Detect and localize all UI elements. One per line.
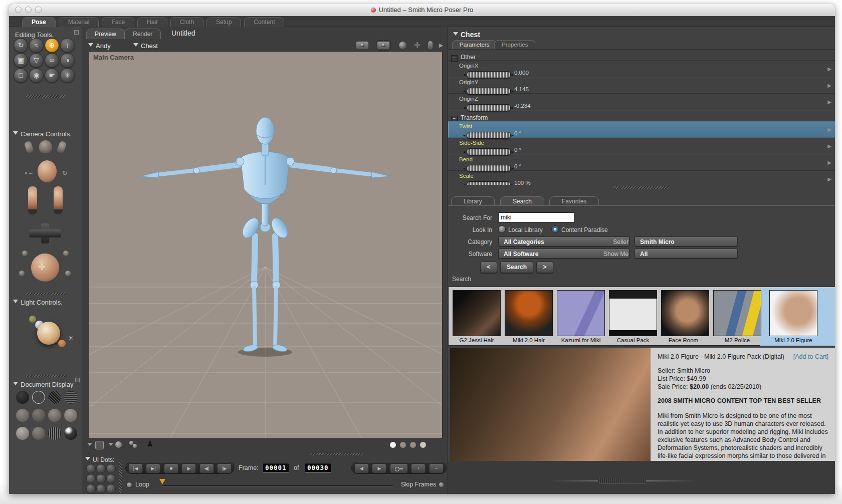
ui-dot-button[interactable] (86, 474, 96, 483)
ui-dot-button[interactable] (106, 464, 116, 473)
panel-expand-arrow-icon[interactable]: ▶ (439, 42, 443, 49)
result-thumb-kazumi[interactable]: Kazumi for Miki (557, 290, 605, 343)
tab-favorites[interactable]: Favorites (549, 196, 599, 206)
group-header-other[interactable]: −Other (448, 50, 835, 61)
tab-face[interactable]: Face (102, 17, 134, 27)
taper-tool-icon[interactable]: ▽ (29, 53, 44, 68)
prev-page-button[interactable]: < (480, 262, 497, 273)
delete-keyframe-button[interactable]: − (429, 463, 444, 473)
light-dot-icon[interactable] (29, 316, 36, 323)
panel-splitter[interactable] (26, 95, 66, 98)
figure-silhouette-icon[interactable]: ♟ (146, 439, 153, 448)
tab-content[interactable]: Content (244, 17, 284, 27)
twist-dial[interactable]: ◂▸ (462, 130, 515, 137)
state-dot-icon[interactable] (390, 442, 396, 448)
ball-style-icon[interactable] (115, 441, 122, 448)
color-tool-icon[interactable]: ◑ (60, 53, 75, 68)
next-page-button[interactable]: > (536, 262, 553, 273)
local-library-radio[interactable] (498, 225, 506, 233)
tab-material[interactable]: Material (59, 17, 99, 27)
right-hand-cam-icon[interactable] (54, 186, 63, 214)
sun-icon[interactable]: ✳ (68, 335, 73, 342)
search-input[interactable] (498, 212, 574, 222)
ui-dot-button[interactable] (96, 484, 106, 493)
ui-dot-button[interactable] (86, 464, 96, 473)
actor-menu[interactable]: Andy (88, 41, 111, 50)
horizontal-scroll-grip[interactable] (598, 478, 647, 483)
body-part-menu[interactable]: Chest (133, 41, 158, 50)
display-lit-wireframe-icon[interactable] (16, 409, 29, 422)
current-frame-counter[interactable]: 00001 (263, 463, 289, 472)
display-outline-icon[interactable] (32, 391, 45, 404)
ui-dot-button[interactable] (96, 474, 106, 483)
tab-pose[interactable]: Pose (22, 17, 56, 27)
panel-splitter[interactable] (26, 375, 66, 377)
posing-camera-select-icon[interactable] (377, 42, 389, 49)
result-thumb-miki-2-hair[interactable]: Miki 2.0 Hair (505, 290, 553, 343)
rotate-tool-icon[interactable]: ↻ (14, 38, 28, 53)
multi-ball-style-icon[interactable] (133, 444, 137, 448)
collapse-triangle-icon[interactable] (13, 131, 18, 137)
result-thumb-g2-jessi-hair[interactable]: G2 Jessi Hair (453, 290, 501, 343)
param-menu-arrow-icon[interactable]: ▶ (827, 143, 831, 149)
face-camera-icon[interactable] (38, 160, 57, 182)
tab-setup[interactable]: Setup (206, 17, 241, 27)
ui-dot-button[interactable] (106, 484, 116, 493)
style-select-triangle-icon[interactable] (108, 443, 113, 448)
skip-frames-dot[interactable] (439, 482, 444, 487)
display-flat-lined-icon[interactable] (48, 409, 61, 422)
tab-library[interactable]: Library (451, 196, 495, 206)
result-thumb-casual-pack[interactable]: Casual Pack (609, 290, 657, 343)
panel-splitter[interactable] (119, 461, 122, 493)
trackball-dot-icon[interactable] (19, 271, 25, 276)
side-side-dial[interactable]: ◂▸ (462, 147, 515, 153)
collapse-triangle-icon[interactable] (13, 300, 18, 306)
direct-manipulation-tool-icon[interactable]: ✳ (60, 68, 75, 83)
trackball-dot-icon[interactable] (65, 271, 71, 276)
search-button[interactable]: Search (500, 262, 533, 273)
left-hand-camera-icon[interactable] (24, 140, 34, 154)
dolly-cross-icon[interactable] (29, 223, 61, 243)
param-row-twist[interactable]: Twist ◂▸ 0 ° ▶ (448, 121, 835, 138)
view-magnifier-tool-icon[interactable]: ◉ (29, 68, 44, 83)
ui-dot-button[interactable] (86, 484, 96, 493)
next-keyframe-button[interactable]: ▶ (372, 463, 386, 473)
group-header-transform[interactable]: −Transform (448, 110, 835, 121)
scale-dial[interactable]: ◂▸ (462, 180, 515, 185)
tab-search[interactable]: Search (500, 196, 544, 206)
panel-splitter[interactable] (26, 293, 66, 295)
face-camera-select-icon[interactable] (356, 42, 368, 49)
last-frame-button[interactable]: ▶| (146, 463, 160, 473)
result-thumb-m2-police[interactable]: M2 Police (713, 290, 761, 343)
state-dot-icon[interactable] (410, 442, 416, 448)
display-cartoon-icon[interactable] (64, 409, 77, 422)
timeline-slider-track[interactable] (162, 485, 393, 486)
ui-dot-button[interactable] (106, 474, 116, 483)
originy-dial[interactable]: ◂▸ (462, 86, 515, 93)
rotate-camera-icon[interactable]: ↻ (62, 169, 68, 177)
bend-dial[interactable]: ◂▸ (462, 163, 515, 170)
panel-collapse-box[interactable] (74, 30, 79, 35)
seller-dropdown[interactable]: Smith Micro (635, 236, 738, 246)
light-ball-icon[interactable] (37, 322, 60, 345)
param-menu-arrow-icon[interactable]: ▶ (827, 99, 831, 105)
display-silhouette-icon[interactable] (16, 391, 29, 404)
tab-cloth[interactable]: Cloth (170, 17, 203, 27)
tab-render[interactable]: Render (124, 29, 161, 39)
light-indicator-icon[interactable] (399, 42, 406, 49)
collapse-triangle-icon[interactable] (13, 382, 18, 388)
state-dot-icon[interactable] (420, 442, 426, 448)
twist-tool-icon[interactable]: ≈ (29, 38, 44, 53)
translate-pull-tool-icon[interactable]: ⊕ (45, 38, 59, 53)
state-dot-icon[interactable] (400, 442, 406, 448)
light-dot-icon[interactable] (58, 340, 66, 347)
show-me-dropdown[interactable]: All (635, 248, 738, 259)
param-menu-arrow-icon[interactable]: ▶ (827, 176, 831, 182)
key-light-icon[interactable]: ⚬– (24, 169, 33, 177)
depth-cue-icon[interactable]: ✛ (414, 41, 420, 50)
scale-tool-icon[interactable]: ▣ (14, 53, 28, 68)
content-paradise-label[interactable]: Content Paradise (561, 226, 608, 233)
grouping-tool-icon[interactable]: □ (14, 68, 28, 83)
trackball-dot-icon[interactable] (22, 250, 28, 256)
display-style-box-icon[interactable] (95, 441, 104, 449)
